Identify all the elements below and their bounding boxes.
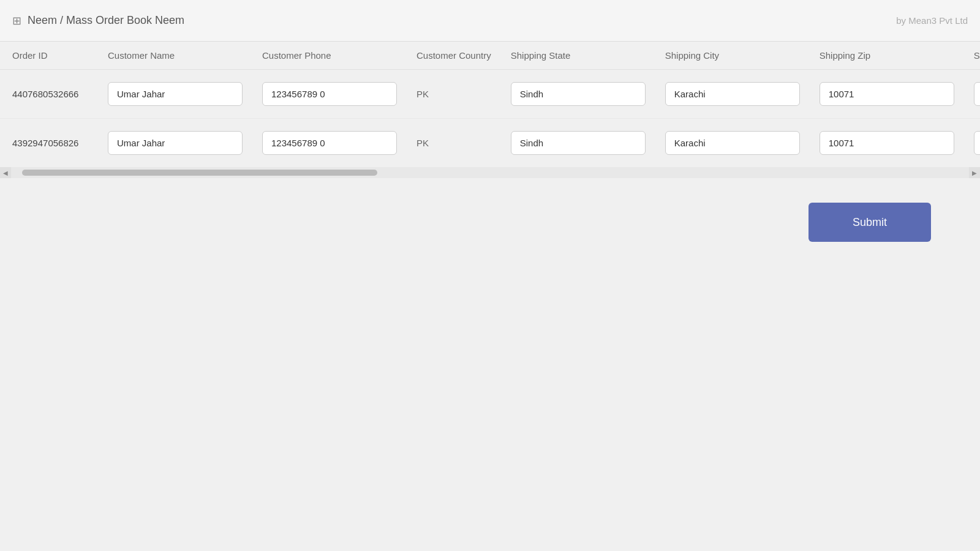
customer-phone-input[interactable] — [262, 131, 397, 155]
col-shipping-address: Shipping Address — [964, 42, 980, 70]
col-shipping-zip: Shipping Zip — [810, 42, 964, 70]
cell-shipping-address — [964, 70, 980, 119]
shipping-state-input[interactable] — [511, 82, 646, 106]
cell-customer-country: PK — [407, 70, 501, 119]
horizontal-scrollbar[interactable]: ◀ ▶ — [0, 167, 980, 178]
cell-customer-country: PK — [407, 119, 501, 167]
cell-customer-phone — [252, 119, 407, 167]
col-customer-name: Customer Name — [98, 42, 252, 70]
cell-customer-phone — [252, 70, 407, 119]
table-wrapper[interactable]: Order ID Customer Name Customer Phone Cu… — [0, 42, 980, 167]
scrollbar-thumb[interactable] — [22, 170, 377, 176]
scroll-left-arrow[interactable]: ◀ — [0, 167, 11, 178]
shipping-zip-input[interactable] — [820, 131, 954, 155]
cell-shipping-city — [655, 70, 810, 119]
cell-shipping-city — [655, 119, 810, 167]
cell-order-id: 4392947056826 — [0, 119, 98, 167]
col-customer-country: Customer Country — [407, 42, 501, 70]
scroll-right-arrow[interactable]: ▶ — [969, 167, 980, 178]
shipping-city-input[interactable] — [665, 82, 800, 106]
shipping-zip-input[interactable] — [820, 82, 954, 106]
page-layout: ⊞ Neem / Mass Order Book Neem by Mean3 P… — [0, 0, 980, 551]
cell-shipping-zip — [810, 119, 964, 167]
main-content: Order ID Customer Name Customer Phone Cu… — [0, 42, 980, 551]
header: ⊞ Neem / Mass Order Book Neem by Mean3 P… — [0, 0, 980, 42]
customer-phone-input[interactable] — [262, 82, 397, 106]
cell-shipping-address — [964, 119, 980, 167]
cell-customer-name — [98, 70, 252, 119]
breadcrumb-part1: Neem — [28, 14, 57, 26]
footer: Submit — [0, 178, 980, 551]
cell-order-id: 4407680532666 — [0, 70, 98, 119]
col-shipping-state: Shipping State — [501, 42, 655, 70]
col-customer-phone: Customer Phone — [252, 42, 407, 70]
header-left: ⊞ Neem / Mass Order Book Neem — [12, 14, 184, 28]
col-shipping-city: Shipping City — [655, 42, 810, 70]
breadcrumb-separator: / — [60, 14, 66, 26]
col-order-id: Order ID — [0, 42, 98, 70]
shipping-address-input[interactable] — [974, 82, 980, 106]
table-row: 4407680532666PK — [0, 70, 980, 119]
cell-shipping-zip — [810, 70, 964, 119]
cell-shipping-state — [501, 119, 655, 167]
cell-shipping-state — [501, 70, 655, 119]
shipping-state-input[interactable] — [511, 131, 646, 155]
table-header-row: Order ID Customer Name Customer Phone Cu… — [0, 42, 980, 70]
table-row: 4392947056826PK — [0, 119, 980, 167]
shipping-city-input[interactable] — [665, 131, 800, 155]
orders-table: Order ID Customer Name Customer Phone Cu… — [0, 42, 980, 167]
cell-customer-name — [98, 119, 252, 167]
shipping-address-input[interactable] — [974, 131, 980, 155]
app-icon: ⊞ — [12, 14, 21, 28]
breadcrumb-part2: Mass Order Book Neem — [66, 14, 184, 26]
header-byline: by Mean3 Pvt Ltd — [896, 15, 968, 26]
breadcrumb: Neem / Mass Order Book Neem — [28, 14, 184, 27]
customer-name-input[interactable] — [108, 82, 243, 106]
customer-name-input[interactable] — [108, 131, 243, 155]
submit-button[interactable]: Submit — [809, 203, 931, 242]
